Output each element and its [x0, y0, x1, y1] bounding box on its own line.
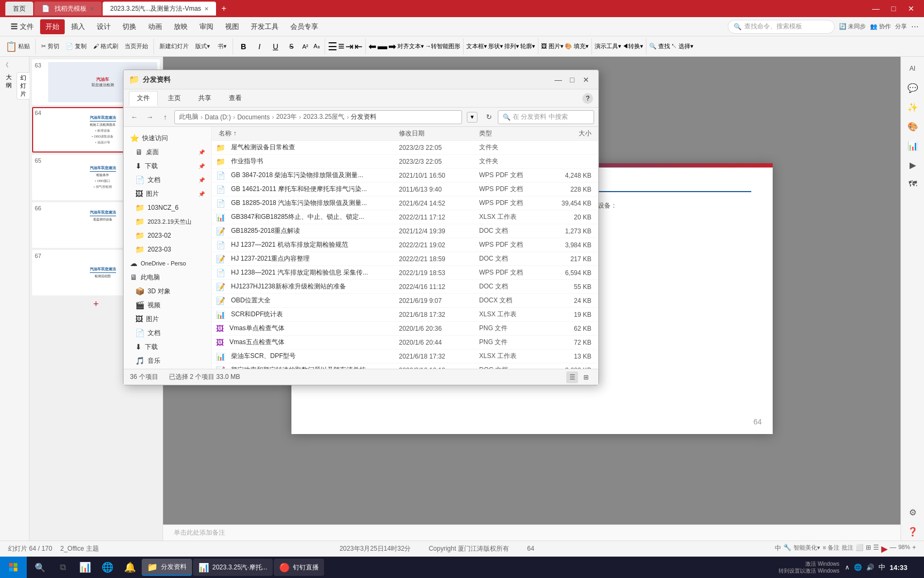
- fe-refresh-btn[interactable]: ↻: [482, 111, 495, 124]
- tray-ime-icon[interactable]: 中: [879, 562, 886, 572]
- fe-row-5[interactable]: 📊 GB3847和GB18285终止、中止、锁止、锁定... 2022/2/11…: [212, 210, 598, 224]
- taskbar-cortana[interactable]: 🔍: [29, 557, 51, 578]
- fe-row-9[interactable]: 📄 HJ 1238—2021 汽车排放定期检验信息 采集传... 2022/1/…: [212, 266, 598, 280]
- taskbar-wps[interactable]: 📊: [74, 557, 96, 578]
- fe-row-13[interactable]: 🖼 Vmas单点检查气体 2020/1/6 20:36 PNG 文件 62 KB: [212, 322, 598, 336]
- fill-btn[interactable]: 🎨 填充▾: [565, 42, 589, 50]
- fe-minimize-btn[interactable]: —: [551, 73, 565, 87]
- fe-up-btn[interactable]: ↑: [159, 111, 172, 124]
- tray-network-icon[interactable]: 🌐: [854, 564, 862, 571]
- fe-forward-btn[interactable]: →: [143, 111, 156, 124]
- text-align-btn[interactable]: 对齐文本▾: [397, 42, 424, 50]
- fe-col-name-header[interactable]: 名称 ↑: [216, 129, 396, 138]
- slides-tab[interactable]: 幻灯片: [17, 72, 30, 100]
- fe-sidebar-onedrive[interactable]: ☁ OneDrive - Perso: [124, 256, 211, 270]
- fe-back-btn[interactable]: ←: [128, 111, 141, 124]
- maximize-button[interactable]: □: [886, 3, 901, 14]
- comment-status-btn[interactable]: 批注: [842, 544, 853, 554]
- fe-help-btn[interactable]: ?: [582, 93, 593, 104]
- fe-row-6[interactable]: 📝 GB18285-2018重点解读 2021/12/4 19:39 DOC 文…: [212, 224, 598, 238]
- underline-btn[interactable]: U: [268, 39, 283, 54]
- close-button[interactable]: ✕: [904, 3, 919, 14]
- fe-search-box[interactable]: 🔍 在 分发资料 中搜索: [498, 110, 594, 124]
- smart-btn[interactable]: 🔧: [783, 544, 791, 554]
- sub-btn[interactable]: A₂: [311, 42, 321, 51]
- tray-up-icon[interactable]: ∧: [845, 564, 850, 571]
- zoom-slider[interactable]: 98%: [898, 544, 910, 554]
- smart-beautify-btn[interactable]: 智能美化▾: [794, 544, 820, 554]
- fe-row-14[interactable]: 🖼 Vmas五点检查气体 2020/1/6 20:44 PNG 文件 72 KB: [212, 336, 598, 349]
- menu-member[interactable]: 会员专享: [285, 19, 324, 34]
- menu-transition[interactable]: 切换: [117, 19, 142, 34]
- breadcrumb-docs[interactable]: Documents: [237, 113, 270, 121]
- animation-panel-btn[interactable]: ✨: [904, 98, 922, 116]
- fe-sidebar-2023tianzhu[interactable]: 📁 2023.2.19天竺山: [124, 215, 211, 229]
- slide-design-btn[interactable]: 🎨: [904, 117, 922, 135]
- fe-row-8[interactable]: 📝 HJ 1237-2021重点内容整理 2022/2/21 18:59 DOC…: [212, 252, 598, 266]
- view-grid-btn[interactable]: ⊞: [866, 544, 871, 554]
- fe-row-4[interactable]: 📄 GB 18285-2018 汽油车污染物排放限值及测量... 2021/6/…: [212, 196, 598, 210]
- collab-btn[interactable]: 👥 协作: [870, 22, 891, 31]
- new-slide-btn[interactable]: 新建幻灯片: [157, 37, 191, 56]
- fe-tab-share[interactable]: 共享: [191, 91, 219, 106]
- smart-form-btn[interactable]: 📊: [904, 136, 922, 155]
- fe-tab-home[interactable]: 主页: [160, 91, 188, 106]
- tray-speaker-icon[interactable]: 🔊: [866, 564, 874, 571]
- fe-col-date-header[interactable]: 修改日期: [396, 129, 476, 138]
- view-normal-btn[interactable]: ⬜: [856, 544, 864, 554]
- panel-collapse-btn[interactable]: 《: [0, 59, 29, 71]
- show-desktop-btn[interactable]: [913, 559, 916, 576]
- book-btn[interactable]: 书▾: [214, 37, 230, 56]
- search-box[interactable]: 🔍 查找命令、搜索模板: [728, 20, 835, 34]
- taskbar-explorer-btn[interactable]: 📁 分发资料: [142, 559, 192, 576]
- fe-close-btn[interactable]: ✕: [579, 73, 593, 87]
- copy-btn[interactable]: 📄 复制: [63, 37, 89, 56]
- menu-start[interactable]: 开始: [40, 19, 65, 34]
- outline-tab[interactable]: 大纲: [3, 72, 15, 100]
- align-center-btn[interactable]: ▬: [378, 41, 387, 52]
- format-btn[interactable]: 🖌 格式刷: [90, 37, 121, 56]
- fe-row-16[interactable]: 📝 额定功率和额定转速的取数问题以及随车清单核... 2020/8/16 10:…: [212, 363, 598, 369]
- menu-slideshow[interactable]: 放映: [168, 19, 193, 34]
- menu-design[interactable]: 设计: [91, 19, 116, 34]
- fe-sidebar-desktop[interactable]: 🖥 桌面 📌: [124, 145, 211, 159]
- comment-btn[interactable]: 💬: [904, 79, 922, 97]
- tray-clock[interactable]: 14:33: [890, 564, 907, 572]
- fe-list-view-btn[interactable]: ☰: [566, 371, 578, 383]
- taskbar-wps-ppt-btn[interactable]: 📊 2023.3.25汽·摩托...: [193, 559, 273, 576]
- image-btn[interactable]: 🖼 图片▾: [541, 42, 564, 50]
- fe-sidebar-documents2[interactable]: 📄 文档: [124, 326, 211, 340]
- share-btn[interactable]: 分享: [895, 22, 907, 31]
- ai-btn[interactable]: AI: [904, 59, 922, 78]
- fe-maximize-btn[interactable]: □: [565, 73, 579, 87]
- taskbar-browser[interactable]: 🌐: [97, 557, 118, 578]
- new-tab-button[interactable]: +: [217, 4, 230, 13]
- fe-sidebar-pictures[interactable]: 🖼 图片 📌: [124, 187, 211, 201]
- outdent-btn[interactable]: ⇤: [355, 41, 363, 52]
- shape-btn[interactable]: 形状▾: [488, 42, 503, 50]
- fe-sidebar-2023-03[interactable]: 📁 2023-03: [124, 242, 211, 256]
- menu-review[interactable]: 审阅: [194, 19, 219, 34]
- start-button[interactable]: [0, 557, 27, 578]
- fe-row-15[interactable]: 📊 柴油车SCR、DPF型号 2021/6/18 17:32 XLSX 工作表 …: [212, 349, 598, 363]
- fe-grid-view-btn[interactable]: ⊞: [580, 371, 592, 383]
- fe-sidebar-music[interactable]: 🎵 音乐: [124, 354, 211, 368]
- more-btn[interactable]: ⋯: [911, 22, 919, 31]
- fe-col-size-header[interactable]: 大小: [541, 129, 594, 138]
- settings-btn[interactable]: ⚙: [904, 503, 922, 521]
- bullet-list-btn[interactable]: ☰: [328, 40, 337, 53]
- menu-insert[interactable]: 插入: [66, 19, 90, 34]
- view-outline-btn[interactable]: ☰: [873, 544, 879, 554]
- fe-sidebar-thispc[interactable]: 🖥 此电脑: [124, 270, 211, 284]
- play-btn[interactable]: ▶: [881, 544, 888, 554]
- present-mode-btn[interactable]: 演示工具▾: [595, 42, 621, 50]
- fe-row-10[interactable]: 📝 HJ1237HJ1238新标准升级检测站的准备 2022/4/16 11:1…: [212, 280, 598, 294]
- help-btn[interactable]: ❓: [904, 522, 922, 541]
- sync-btn[interactable]: 🔄 未同步: [839, 22, 866, 31]
- slide-show-btn[interactable]: ▶: [904, 156, 922, 174]
- fe-row-2[interactable]: 📄 GB 3847-2018 柴油车污染物排放限值及测量... 2021/10/…: [212, 169, 598, 182]
- super-btn[interactable]: A²: [300, 42, 310, 51]
- fe-address-path[interactable]: 此电脑 › Data (D:) › Documents › 2023年 › 20…: [174, 110, 462, 124]
- menu-developer[interactable]: 开发工具: [245, 19, 284, 34]
- backup-btn[interactable]: ≡ 备注: [822, 544, 839, 554]
